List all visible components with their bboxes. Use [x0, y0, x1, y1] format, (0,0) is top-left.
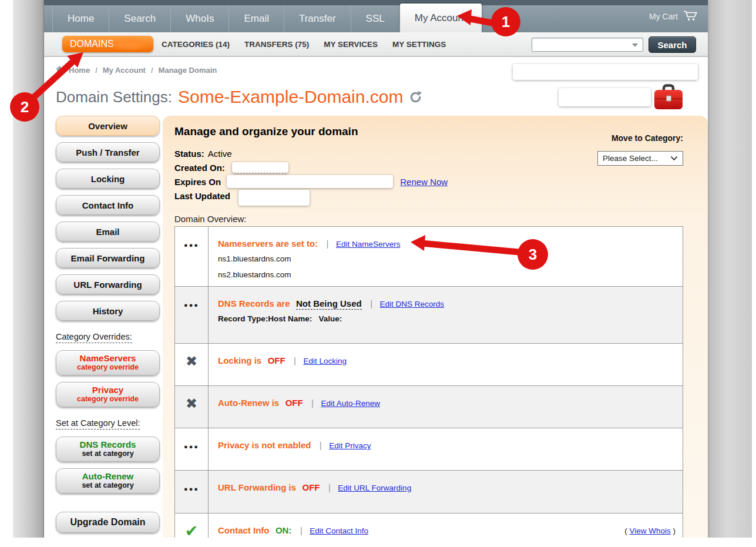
- sidebar-item-history[interactable]: History: [56, 301, 160, 321]
- sidebar-item-privacy[interactable]: Privacycategory override: [56, 382, 160, 407]
- row-status: OFF: [303, 482, 320, 492]
- row-content-cell: Auto-Renew is OFF | Edit Auto-Renew: [209, 386, 683, 428]
- separator: |: [300, 525, 303, 535]
- sidebar-item-overview[interactable]: Overview: [56, 116, 160, 136]
- pending-dots-icon: ●●●: [184, 301, 199, 343]
- row-status: OFF: [268, 355, 285, 365]
- row-status: OFF: [285, 398, 303, 408]
- sub-nav-item-categories-14[interactable]: CATEGORIES (14): [162, 40, 230, 49]
- edit-contact-info-link[interactable]: Edit Contact Info: [310, 526, 368, 535]
- edit-privacy-link[interactable]: Edit Privacy: [329, 441, 371, 450]
- nav-tab-transfer[interactable]: Transfer: [284, 5, 351, 32]
- sub-nav-item-my-settings[interactable]: MY SETTINGS: [392, 40, 446, 49]
- sidebar-item-nameservers[interactable]: NameServerscategory override: [56, 350, 160, 375]
- override-title: Privacy: [92, 385, 123, 395]
- category-overrides-heading: Category Overrides:: [56, 332, 132, 343]
- sub-navbar: DOMAINSCATEGORIES (14)TRANSFERS (75)MY S…: [44, 32, 708, 57]
- category-select-value: Please Select...: [603, 154, 658, 163]
- nav-tab-whois[interactable]: WhoIs: [171, 5, 229, 32]
- domain-overview-label: Domain Overview:: [174, 214, 247, 224]
- row-title: Auto-Renew is: [218, 398, 279, 408]
- page: HomeSearchWhoIsEmailTransferSSLMy Accoun…: [0, 0, 756, 547]
- top-navbar: HomeSearchWhoIsEmailTransferSSLMy Accoun…: [44, 0, 708, 32]
- sidebar-item-auto-renew[interactable]: Auto-Renewset at category: [56, 468, 160, 494]
- sub-nav-item-my-services[interactable]: MY SERVICES: [324, 40, 378, 49]
- sub-nav-items: DOMAINSCATEGORIES (14)TRANSFERS (75)MY S…: [62, 32, 446, 56]
- row-icon-cell: ●●●: [175, 471, 209, 513]
- redaction-box: [227, 175, 393, 188]
- domain-settings-panel: Manage and organize your domain Move to …: [163, 116, 708, 538]
- row-icon-cell: ●●●: [175, 227, 209, 286]
- row-extra: ns1.bluestardns.comns2.bluestardns.com: [218, 253, 674, 280]
- sub-nav-item-transfers-75[interactable]: TRANSFERS (75): [244, 40, 309, 49]
- edit-locking-link[interactable]: Edit Locking: [303, 357, 347, 365]
- row-icon-cell: ●●●: [175, 287, 209, 343]
- row-icon-cell: ✖: [175, 386, 209, 428]
- redaction-box: [238, 190, 310, 206]
- sidebar-item-dns-records[interactable]: DNS Recordsset at category: [56, 437, 160, 462]
- row-status: ON:: [275, 525, 292, 535]
- sidebar-item-contact-info[interactable]: Contact Info: [56, 195, 160, 215]
- move-to-category-label: Move to Category:: [611, 133, 683, 143]
- nav-tab-ssl[interactable]: SSL: [351, 5, 400, 32]
- sidebar-item-url-forwarding[interactable]: URL Forwarding: [56, 274, 160, 294]
- separator: |: [294, 355, 296, 365]
- row-icon-cell: ●●●: [175, 428, 209, 470]
- toolbox-icon[interactable]: [653, 83, 684, 113]
- overview-row: ✖ Auto-Renew is OFF | Edit Auto-Renew: [175, 386, 683, 428]
- edit-auto-renew-link[interactable]: Edit Auto-Renew: [321, 399, 380, 408]
- status-block: Status: Active Created On: Expires On Re…: [174, 146, 448, 203]
- search-button[interactable]: Search: [649, 36, 696, 53]
- overview-row: ✔ Contact Info ON: | Edit Contact Info (…: [175, 514, 683, 538]
- sub-nav-item-label: DOMAINS: [70, 39, 114, 49]
- breadcrumb-manage-domain[interactable]: Manage Domain: [159, 66, 217, 75]
- breadcrumb-my-account[interactable]: My Account: [103, 66, 146, 75]
- my-cart-button[interactable]: My Cart: [649, 10, 698, 23]
- overview-row: ✖ Locking is OFF | Edit Locking: [175, 344, 683, 386]
- upgrade-domain-button[interactable]: Upgrade Domain: [56, 512, 160, 533]
- edit-url-forwarding-link[interactable]: Edit URL Forwarding: [338, 484, 411, 492]
- domain-name: Some-Example-Domain.com: [178, 87, 403, 107]
- expires-line: Expires On Renew Now: [174, 174, 448, 189]
- bottom-gutter: [0, 538, 756, 547]
- status-label: Status:: [174, 149, 204, 159]
- override-subtitle: category override: [77, 364, 139, 372]
- overview-row: ●●● Privacy is not enabled | Edit Privac…: [175, 428, 683, 471]
- expires-label: Expires On: [174, 177, 221, 187]
- breadcrumb-home[interactable]: Home: [69, 66, 90, 75]
- nav-tab-email[interactable]: Email: [229, 5, 284, 32]
- row-icon-cell: ✖: [175, 344, 209, 385]
- row-content-cell: Locking is OFF | Edit Locking: [209, 344, 683, 385]
- edit-dns-records-link[interactable]: Edit DNS Records: [380, 300, 445, 308]
- nav-tab-search[interactable]: Search: [109, 5, 171, 32]
- category-select[interactable]: Please Select...: [597, 151, 683, 166]
- breadcrumb: Home/My Account/Manage Domain: [56, 66, 217, 75]
- top-nav-tabs: HomeSearchWhoIsEmailTransferSSLMy Accoun…: [52, 5, 482, 32]
- sidebar-item-email[interactable]: Email: [56, 222, 160, 241]
- redaction-box: [232, 162, 288, 173]
- nav-tab-my-account[interactable]: My Account: [400, 4, 482, 32]
- sidebar-item-locking[interactable]: Locking: [56, 169, 160, 189]
- row-content-cell: URL Forwarding is OFF | Edit URL Forward…: [209, 471, 683, 513]
- redaction-box: [513, 64, 698, 80]
- sidebar-item-push-transfer[interactable]: Push / Transfer: [56, 142, 160, 162]
- separator: |: [328, 482, 331, 492]
- nav-tab-home[interactable]: Home: [52, 5, 109, 32]
- sidebar-item-email-forwarding[interactable]: Email Forwarding: [56, 248, 160, 268]
- row-status: Not Being Used: [296, 298, 362, 310]
- off-x-icon: ✖: [186, 395, 197, 428]
- view-whois-link[interactable]: View Whois: [629, 526, 670, 535]
- row-title: Contact Info: [218, 525, 270, 535]
- overview-row: ●●● DNS Records are Not Being Used | Edi…: [175, 287, 683, 344]
- row-content-cell: Contact Info ON: | Edit Contact Info ( V…: [209, 514, 683, 538]
- sub-nav-item-domains-active[interactable]: DOMAINS: [62, 36, 153, 52]
- row-title: URL Forwarding is: [218, 482, 296, 492]
- refresh-icon[interactable]: [409, 90, 422, 106]
- domain-search-combobox[interactable]: [532, 38, 643, 52]
- row-title: Privacy is not enabled: [218, 440, 311, 450]
- edit-nameservers-link[interactable]: Edit NameServers: [336, 240, 401, 249]
- renew-now-link[interactable]: Renew Now: [400, 177, 448, 187]
- page-title: Domain Settings: Some-Example-Domain.com: [56, 87, 422, 107]
- set-at-category-heading: Set at Category Level:: [56, 418, 140, 429]
- pending-dots-icon: ●●●: [184, 443, 199, 470]
